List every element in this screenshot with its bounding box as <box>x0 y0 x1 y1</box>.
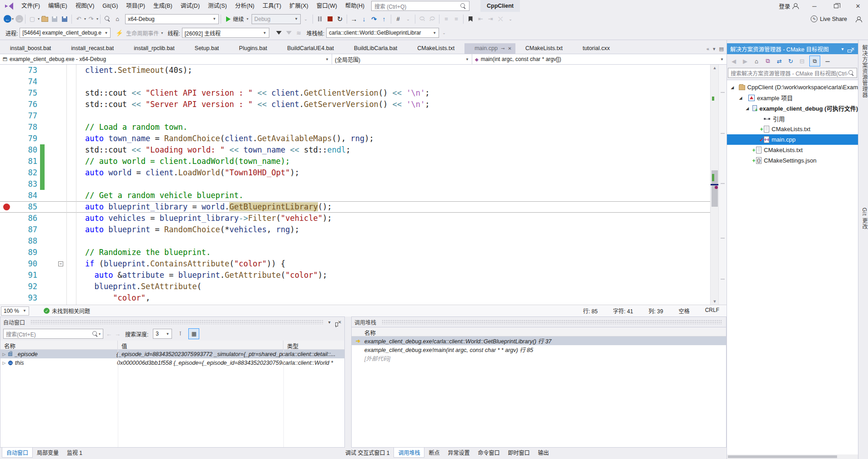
tab-list-icon[interactable]: ▾ <box>713 46 716 52</box>
bottom-tab[interactable]: 断点 <box>424 448 444 458</box>
breakpoint-margin[interactable] <box>0 167 14 178</box>
stop-button[interactable] <box>325 14 335 24</box>
debug-target-combo[interactable]: Debug▼ <box>252 14 301 24</box>
code-text[interactable]: // auto world = client.LoadWorld(town_na… <box>66 156 290 167</box>
breakpoint-icon[interactable] <box>3 204 10 210</box>
collapse-all-icon[interactable]: ⊟ <box>798 56 806 66</box>
bottom-tab[interactable]: 输出 <box>534 448 553 458</box>
feedback-button[interactable] <box>853 14 863 24</box>
code-text[interactable]: "color", <box>66 292 150 304</box>
member-dropdown[interactable]: ◆ main(int argc, const char * argv[]) ▼ <box>472 54 727 64</box>
breakpoint-margin[interactable] <box>0 156 14 167</box>
breakpoint-margin[interactable] <box>0 87 14 99</box>
close-button[interactable]: ✕ <box>848 0 868 12</box>
selection-margin[interactable] <box>45 99 56 110</box>
search-next-icon[interactable]: → <box>115 331 121 337</box>
bottom-tab[interactable]: 调用堆栈 <box>394 448 424 458</box>
search-depth-combo[interactable]: 3▼ <box>153 329 172 339</box>
next-bookmark-button[interactable]: ⇥ <box>485 14 495 24</box>
comment-button[interactable]: 🗬 <box>417 14 427 24</box>
tab-float-icon[interactable]: ▤ <box>719 46 724 52</box>
tab-scroll-left-icon[interactable]: « <box>707 46 709 52</box>
code-text[interactable]: auto town_name = RandomChoice(client.Get… <box>66 133 374 144</box>
code-text[interactable]: auto &attribute = blueprint.GetAttribute… <box>66 270 327 281</box>
code-line[interactable]: 91 auto &attribute = blueprint.GetAttrib… <box>0 270 710 281</box>
preview-selected-icon[interactable]: ⧉ <box>809 56 820 66</box>
fold-margin[interactable] <box>56 76 66 87</box>
pause-button[interactable] <box>315 14 325 24</box>
code-line[interactable]: 79 auto town_name = RandomChoice(client.… <box>0 133 710 144</box>
code-line[interactable]: 75 std::cout << "Client API version : " … <box>0 87 710 99</box>
code-text[interactable]: std::cout << "Loading world: " << town_n… <box>66 144 351 156</box>
code-line[interactable]: 73 client.SetTimeout(40s); <box>0 65 710 76</box>
breakpoint-margin[interactable] <box>0 247 14 258</box>
search-prev-icon[interactable]: ← <box>106 331 112 337</box>
breakpoint-margin[interactable] <box>0 122 14 133</box>
fold-margin[interactable] <box>56 122 66 133</box>
tab-git-changes[interactable]: Git 更改 <box>858 208 868 230</box>
bottom-tab[interactable]: 自动窗口 <box>2 448 33 458</box>
selection-margin[interactable] <box>45 201 56 213</box>
fold-margin[interactable] <box>56 99 66 110</box>
bottom-tab[interactable]: 调试 交互式窗口 1 <box>341 448 394 458</box>
editor-vertical-scrollbar[interactable]: ▲ ▼ <box>710 65 718 305</box>
scroll-up-icon[interactable]: ▲ <box>711 66 719 70</box>
back-icon[interactable]: ◀ <box>730 56 738 66</box>
code-line[interactable]: 90− if (blueprint.ContainsAttribute("col… <box>0 258 710 270</box>
code-line[interactable]: 78 // Load a random town. <box>0 122 710 133</box>
fold-margin[interactable] <box>56 156 66 167</box>
continue-button[interactable]: 继续 ▾ <box>223 14 252 25</box>
process-combo[interactable]: [54664] example_client_debug.e▼ <box>20 28 111 38</box>
expand-arrow-icon[interactable]: ◢ <box>737 96 744 100</box>
fold-margin[interactable]: − <box>56 258 66 270</box>
sign-in-button[interactable]: 登录 <box>774 2 802 10</box>
stack-frame-combo[interactable]: carla::client::World::GetBlueprintLibrar… <box>326 28 439 38</box>
code-text[interactable]: blueprint.SetAttribute( <box>66 281 202 292</box>
autos-row[interactable]: ▷this0x0000006d3bb1f558 {_episode={_epis… <box>0 358 344 367</box>
selection-margin[interactable] <box>45 65 56 76</box>
project-dropdown[interactable]: 🗔 example_client_debug.exe - x64-Debug ▼ <box>0 54 332 64</box>
code-health-indicator[interactable]: ✓ 未找到相关问题 <box>44 307 90 315</box>
document-tab[interactable]: CMakeLists.txt <box>407 43 464 54</box>
breakpoint-margin[interactable] <box>0 99 14 110</box>
step-out-button[interactable]: ↑ <box>379 14 389 24</box>
quick-search-box[interactable]: 搜索 (Ctrl+Q) <box>371 1 469 11</box>
close-icon[interactable]: ✕ <box>508 43 511 54</box>
document-tab[interactable]: CMakeLists.txt <box>515 43 573 54</box>
code-text[interactable]: auto blueprint = RandomChoice(*vehicles,… <box>66 224 299 235</box>
debug-overflow-icon[interactable]: ⌄ <box>403 14 413 24</box>
toggle-bookmark-button[interactable] <box>465 14 475 24</box>
save-button[interactable] <box>50 14 60 24</box>
switch-views-icon[interactable]: ⧉ <box>764 56 772 66</box>
location-overflow-icon[interactable]: ⌄ <box>439 28 449 38</box>
fold-margin[interactable] <box>56 144 66 156</box>
solution-explorer-title-bar[interactable]: 解决方案资源管理器 - CMake 目标视图 ▾ ✕ <box>727 43 858 54</box>
increase-indent-button[interactable]: ≡ <box>451 14 461 24</box>
menu-item[interactable]: 项目(P) <box>122 0 149 12</box>
filter-flagged-button[interactable] <box>284 28 294 38</box>
code-line[interactable]: 87 auto blueprint = RandomChoice(*vehicl… <box>0 224 710 235</box>
document-tab[interactable]: install_boost.bat <box>0 43 61 54</box>
selection-margin[interactable] <box>45 110 56 122</box>
fold-margin[interactable] <box>56 167 66 178</box>
code-line[interactable]: 77 <box>0 110 710 122</box>
breakpoint-margin[interactable] <box>0 281 14 292</box>
tree-item[interactable]: 引用 <box>727 113 858 124</box>
menu-item[interactable]: 扩展(X) <box>285 0 313 12</box>
breakpoint-margin[interactable] <box>0 292 14 304</box>
call-stack-title-bar[interactable]: 调用堆栈 <box>352 317 726 327</box>
bookmark-overflow-icon[interactable]: ⌄ <box>505 14 515 24</box>
code-line[interactable]: 83 <box>0 178 710 190</box>
breakpoint-margin[interactable] <box>0 178 14 190</box>
bottom-tab[interactable]: 异常设置 <box>444 448 474 458</box>
open-folder-button[interactable] <box>40 14 50 24</box>
menu-item[interactable]: 视图(V) <box>71 0 99 12</box>
autos-search-input[interactable]: 搜索(Ctrl+E) ▾ <box>3 329 103 339</box>
restore-button[interactable] <box>826 0 846 12</box>
expand-arrow-icon[interactable]: ◢ <box>730 85 735 90</box>
code-line[interactable]: 84 // Get a random vehicle blueprint. <box>0 190 710 201</box>
decrease-indent-button[interactable]: ≡ <box>441 14 451 24</box>
prev-bookmark-button[interactable]: ⇤ <box>475 14 485 24</box>
fold-margin[interactable] <box>56 304 66 305</box>
breakpoint-margin[interactable] <box>0 144 14 156</box>
